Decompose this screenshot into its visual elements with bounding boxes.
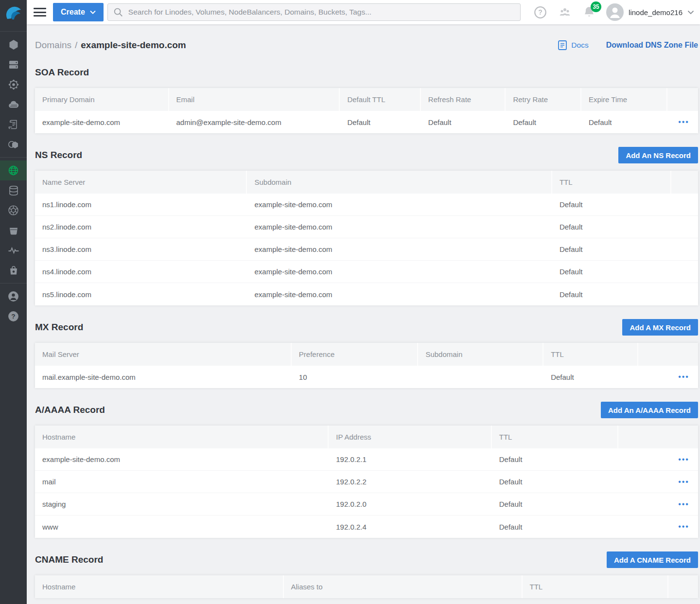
sidebar-item-marketplace[interactable] [0,260,27,280]
cell-ttl: Default [492,448,619,470]
table-row: ns5.linode.comexample-site-demo.comDefau… [35,283,698,305]
longview-icon [7,245,20,256]
cell-actions [671,283,698,305]
row-actions-button[interactable]: ••• [675,476,692,488]
cell-ip-address: 192.0.2.2 [329,471,492,493]
firewalls-icon [7,99,20,110]
menu-toggle-button[interactable] [34,8,46,17]
cell-name-server: ns5.linode.com [35,283,247,305]
help-button[interactable]: ? [534,6,547,19]
column-header-ttl: TTL [552,171,672,194]
ns-record-section: NS Record Add An NS Record Name ServerSu… [35,147,698,305]
notifications-button[interactable]: 35 [583,5,595,19]
cell-ttl: Default [552,238,672,260]
add-a-aaaa-record-button[interactable]: Add An A/AAAA Record [601,402,698,418]
cell-ttl: Default [543,366,638,388]
sidebar-item-databases[interactable] [0,180,27,200]
help-icon: ? [7,310,19,322]
add-mx-record-button[interactable]: Add A MX Record [622,319,698,336]
sidebar-item-domains[interactable] [0,160,27,180]
breadcrumb-domains-link[interactable]: Domains [35,40,71,51]
kubernetes-icon [7,204,19,216]
sidebar-divider [0,31,27,32]
add-ns-record-button[interactable]: Add An NS Record [618,147,698,163]
cell-actions [671,238,698,260]
cell-ttl: Default [492,493,619,515]
table-row: ns1.linode.comexample-site-demo.comDefau… [35,194,698,216]
sidebar-item-account[interactable] [0,286,27,306]
stackscripts-icon [8,119,19,130]
cell-hostname: www [35,515,329,538]
table-header-row: Primary DomainEmailDefault TTLRefresh Ra… [35,88,698,111]
cell-subdomain: example-site-demo.com [247,194,552,215]
search-input[interactable] [128,8,515,17]
row-actions-button[interactable]: ••• [675,116,692,128]
sidebar-item-object-storage[interactable] [0,220,27,240]
row-actions-button[interactable]: ••• [675,521,692,533]
sidebar-item-stackscripts[interactable] [0,114,27,134]
table-row: ns4.linode.comexample-site-demo.comDefau… [35,261,698,283]
linode-logo[interactable] [0,0,27,28]
cell-ip-address: 192.0.2.0 [329,493,492,515]
avatar [606,3,624,21]
row-actions-button[interactable]: ••• [675,454,692,465]
cell-actions: ••• [638,366,698,388]
community-button[interactable] [558,6,572,18]
a-aaaa-record-table: HostnameIP AddressTTLexample-site-demo.c… [35,426,698,538]
docs-link[interactable]: Docs [558,40,588,51]
row-actions-button[interactable]: ••• [675,371,692,383]
column-header-mail-server: Mail Server [35,343,292,366]
cell-refresh-rate: Default [421,111,506,133]
cell-subdomain [418,366,543,388]
cell-actions [671,261,698,283]
sidebar-item-longview[interactable] [0,240,27,260]
cell-hostname: staging [35,493,329,515]
cell-ip-address: 192.0.2.1 [329,448,492,470]
table-header-row: Name ServerSubdomainTTL [35,171,698,194]
search-icon [113,7,123,18]
sidebar-item-images[interactable] [0,134,27,154]
breadcrumb-separator: / [75,40,77,51]
cell-preference: 10 [292,366,419,388]
create-button[interactable]: Create [53,3,104,21]
cell-ttl: Default [552,216,672,238]
sidebar-divider [0,283,27,284]
a-aaaa-record-section: A/AAAA Record Add An A/AAAA Record Hostn… [35,402,698,538]
sidebar-item-kubernetes[interactable] [0,200,27,220]
sidebar-item-firewalls[interactable] [0,94,27,114]
cell-ttl: Default [492,515,619,538]
column-header-hostname: Hostname [35,426,329,448]
nodebalancers-icon [8,79,19,90]
cell-subdomain: example-site-demo.com [247,216,552,238]
main-content: Domains / example-site-demo.com Docs Dow… [27,24,700,598]
cell-actions: ••• [618,493,698,515]
linodes-icon [8,39,19,51]
column-header-subdomain: Subdomain [418,343,543,366]
community-icon [558,6,572,18]
cell-ttl: Default [552,283,672,305]
sidebar-item-linodes[interactable] [0,35,27,54]
sidebar-item-nodebalancers[interactable] [0,74,27,94]
cell-actions: ••• [667,111,698,133]
mx-record-section: MX Record Add A MX Record Mail ServerPre… [35,319,698,388]
volumes-icon [8,59,19,71]
cell-actions: ••• [618,515,698,538]
download-dns-zone-link[interactable]: Download DNS Zone File [606,41,698,50]
column-header-subdomain: Subdomain [247,171,552,194]
user-menu-button[interactable]: linode_demo216 [606,3,694,21]
row-actions-button[interactable]: ••• [675,498,692,510]
column-header-ip-address: IP Address [329,426,492,448]
sidebar-item-volumes[interactable] [0,54,27,74]
global-search [107,3,521,21]
chevron-down-icon [687,10,694,15]
object-storage-icon [8,225,19,236]
add-cname-record-button[interactable]: Add A CNAME Record [607,551,698,568]
top-bar: Create ? 35 [27,0,700,24]
table-row: ns2.linode.comexample-site-demo.comDefau… [35,216,698,238]
images-icon [7,139,20,150]
sidebar-item-help[interactable]: ? [0,306,27,326]
cell-actions [671,216,698,238]
table-row: www192.0.2.4Default••• [35,515,698,538]
soa-record-table: Primary DomainEmailDefault TTLRefresh Ra… [35,88,698,133]
cell-ttl: Default [552,261,672,283]
